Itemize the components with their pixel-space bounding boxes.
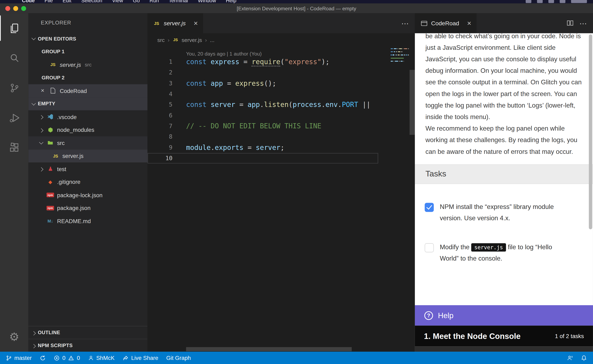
webview-scrollbar[interactable] <box>589 34 592 229</box>
file-name: package-lock.json <box>57 192 103 198</box>
open-editor-item-server-js[interactable]: JSserver.jssrc <box>28 58 148 71</box>
help-section[interactable]: ? Help <box>415 305 593 325</box>
tab-coderoad[interactable]: CodeRoad × <box>415 13 477 33</box>
task-text: NPM install the “express” library module… <box>440 201 568 224</box>
tree-item-src[interactable]: src <box>28 136 148 149</box>
js-file-icon: JS <box>153 21 160 26</box>
warning-count: 0 <box>77 355 80 361</box>
npm-scripts-label: NPM SCRIPTS <box>38 343 73 348</box>
extensions-activity-icon[interactable] <box>0 133 28 162</box>
breadcrumb-server-js[interactable]: server.js <box>182 37 202 43</box>
minimize-window-button[interactable] <box>13 6 18 11</box>
more-actions-icon[interactable]: ⋯ <box>401 19 409 28</box>
close-window-button[interactable] <box>5 6 10 11</box>
menu-selection[interactable]: Selection <box>81 0 102 3</box>
tree-item-package-lock-json[interactable]: npmpackage-lock.json <box>28 188 148 202</box>
feedback-icon[interactable] <box>567 355 573 361</box>
live-share-label: Live Share <box>131 355 158 361</box>
close-icon[interactable]: × <box>41 87 49 94</box>
account-indicator[interactable]: ShMcK <box>88 355 114 361</box>
file-file-icon <box>49 88 57 94</box>
run-debug-activity-icon[interactable] <box>0 103 28 133</box>
open-editors-group-label: GROUP 2 <box>28 71 148 84</box>
close-icon[interactable]: × <box>467 20 471 27</box>
menu-file[interactable]: File <box>45 0 53 3</box>
js-file-icon: JS <box>173 38 179 42</box>
tasks-header: Tasks <box>415 164 593 184</box>
menu-view[interactable]: View <box>112 0 123 3</box>
code-line-3[interactable]: 3const app = express(); <box>147 78 378 89</box>
open-editors-header[interactable]: OPEN EDITORS <box>28 32 148 45</box>
live-share-button[interactable]: Live Share <box>122 355 158 361</box>
activity-bar: ⚙ <box>0 13 28 352</box>
lesson-footer[interactable]: 1. Meet the Node Console 1 of 2 tasks <box>415 325 593 346</box>
coderoad-panel: CodeRoad × ⋯ be able to check what’s goi… <box>415 13 593 352</box>
minimap[interactable] <box>390 48 409 63</box>
line-number: 1 <box>147 58 172 65</box>
zoom-window-button[interactable] <box>21 6 26 11</box>
code-line-1[interactable]: 1const express = require("express"); <box>147 57 378 67</box>
menubar-clock <box>571 0 587 3</box>
code-line-8[interactable]: 8 <box>147 131 378 142</box>
notifications-bell-icon[interactable] <box>581 355 587 361</box>
menu-edit[interactable]: Edit <box>63 0 72 3</box>
tree-item-node-modules[interactable]: node_modules <box>28 124 148 136</box>
menu-help[interactable]: Help <box>226 0 236 3</box>
open-editor-item-coderoad[interactable]: ×CodeRoad <box>28 84 148 97</box>
code-line-5[interactable]: 5const server = app.listen(process.env.P… <box>147 99 378 110</box>
file-tree: .vscodenode_modulessrcJSserver.jstest◆.g… <box>28 110 148 228</box>
outline-section-header[interactable]: OUTLINE <box>28 326 148 339</box>
question-icon: ? <box>424 311 433 320</box>
tree-item-package-json[interactable]: npmpackage.json <box>28 202 148 214</box>
chevron-down-icon <box>39 140 43 145</box>
search-activity-icon[interactable] <box>0 43 28 73</box>
git-graph-label: Git Graph <box>166 355 191 361</box>
task-checkbox-checked[interactable] <box>425 202 434 212</box>
close-icon[interactable]: × <box>193 20 198 27</box>
empty-section-header[interactable]: EMPTY <box>28 97 148 110</box>
sidebar-title: EXPLORER <box>28 13 148 32</box>
vertical-scrollbar[interactable] <box>410 70 415 135</box>
window-title: [Extension Development Host] - CodeRoad … <box>0 6 593 11</box>
md-file-icon: M↓ <box>47 219 54 223</box>
tree-item-server-js[interactable]: JSserver.js <box>28 149 148 162</box>
code-line-10[interactable]: 10 <box>147 153 378 163</box>
explorer-activity-icon[interactable] <box>0 13 28 43</box>
breadcrumb-src[interactable]: src <box>157 37 165 43</box>
code-editor[interactable]: You, 20 days ago | 1 author (You) 1const… <box>147 46 415 352</box>
codelens-annotation[interactable]: You, 20 days ago | 1 author (You) <box>147 46 415 57</box>
more-actions-icon[interactable]: ⋯ <box>580 19 587 28</box>
task-item: Modify the server.js file to log “Hello … <box>425 242 580 265</box>
settings-gear-icon[interactable]: ⚙ <box>0 325 28 349</box>
person-icon <box>88 355 94 361</box>
file-name: README.md <box>57 218 91 224</box>
tab-server-js[interactable]: JS server.js × <box>147 13 203 33</box>
split-editor-icon[interactable] <box>567 19 573 27</box>
source-control-activity-icon[interactable] <box>0 73 28 103</box>
git-graph-button[interactable]: Git Graph <box>166 355 191 361</box>
menu-code[interactable]: Code <box>22 0 35 3</box>
code-line-6[interactable]: 6 <box>147 110 378 121</box>
tree-item--vscode[interactable]: .vscode <box>28 110 148 123</box>
sidebar-bottom-sections: OUTLINE NPM SCRIPTS <box>28 326 148 352</box>
tree-item-test[interactable]: test <box>28 162 148 176</box>
menu-terminal[interactable]: Terminal <box>169 0 188 3</box>
coderoad-webview: be able to check what’s going on in your… <box>415 33 593 352</box>
git-branch-indicator[interactable]: master <box>6 355 32 361</box>
problems-indicator[interactable]: 0 0 <box>54 355 80 361</box>
horizontal-scrollbar[interactable] <box>186 347 352 351</box>
code-line-7[interactable]: 7// -- DO NOT EDIT BELOW THIS LINE <box>147 121 378 131</box>
npm-scripts-section-header[interactable]: NPM SCRIPTS <box>28 339 148 352</box>
menu-go[interactable]: Go <box>133 0 140 3</box>
code-line-2[interactable]: 2 <box>147 67 378 78</box>
code-line-4[interactable]: 4 <box>147 89 378 99</box>
file-name: src <box>57 140 65 146</box>
breadcrumb-symbol[interactable]: ... <box>210 37 214 43</box>
menu-window[interactable]: Window <box>198 0 216 3</box>
code-line-9[interactable]: 9module.exports = server; <box>147 142 378 153</box>
menu-run[interactable]: Run <box>149 0 159 3</box>
sync-changes-button[interactable] <box>40 355 46 361</box>
tree-item--gitignore[interactable]: ◆.gitignore <box>28 176 148 188</box>
task-checkbox-unchecked[interactable] <box>425 243 434 252</box>
tree-item-readme-md[interactable]: M↓README.md <box>28 214 148 228</box>
